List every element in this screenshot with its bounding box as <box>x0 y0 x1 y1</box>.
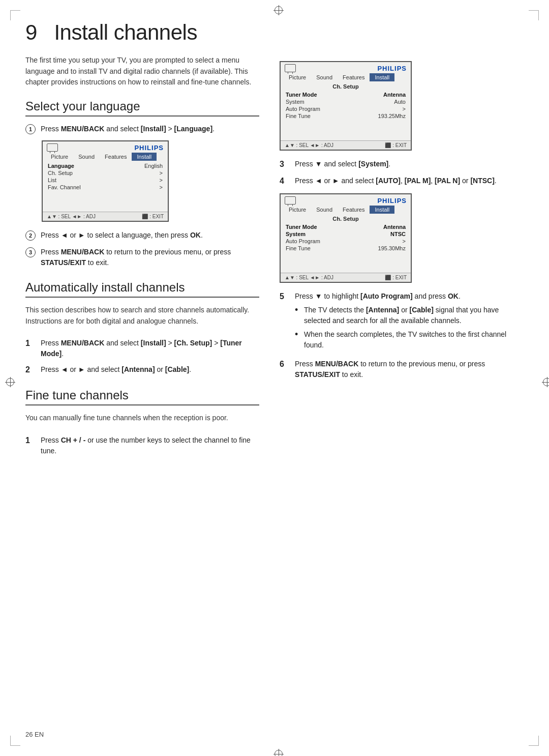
tv-footer-top: ▲▼ : SEL ◄► : ADJ ⬛ : EXIT <box>281 140 411 150</box>
right-column: PHILIPS Picture Sound Features Install C… <box>280 55 524 461</box>
tv-row-autoprogram-bottom: Auto Program > <box>286 238 406 244</box>
tv-row-finetune-bottom: Fine Tune 195.30Mhz <box>286 245 406 251</box>
tv-screen-language: PHILIPS Picture Sound Features Install L… <box>42 140 169 222</box>
step-lang-1-text: Press MENU/BACK and select [Install] > [… <box>41 124 259 134</box>
tv-footer-left-bottom: ▲▼ : SEL ◄► : ADJ <box>285 275 333 280</box>
tv-tab-picture-1: Picture <box>46 153 73 161</box>
fine-tune-step-1: 1 Press CH + / - or use the number keys … <box>25 435 259 456</box>
corner-mark-tl <box>10 10 20 20</box>
corner-mark-br <box>529 736 539 746</box>
section-heading-language: Select your language <box>25 99 259 117</box>
auto-step-1-num: 1 <box>25 337 35 350</box>
corner-mark-bl <box>10 736 20 746</box>
tv-footer-right-1: ⬛ : EXIT <box>142 214 164 219</box>
right-step-3-num: 3 <box>280 158 289 170</box>
tv-tab-features-1: Features <box>100 153 132 161</box>
auto-step-2-num: 2 <box>25 364 35 376</box>
tv-footer-right-bottom: ⬛ : EXIT <box>385 275 407 280</box>
tv-tab-picture-top: Picture <box>284 73 311 81</box>
tv-tab-picture-bottom: Picture <box>284 206 311 214</box>
section-heading-fine-tune: Fine tune channels <box>25 388 259 405</box>
tv-section-title-bottom: Ch. Setup <box>286 216 406 222</box>
left-column: The first time you setup your TV, you ar… <box>25 55 259 461</box>
page-title: 9 Install channels <box>25 20 524 45</box>
tv-tab-features-top: Features <box>338 73 370 81</box>
right-step-3: 3 Press ▼ and select [System]. <box>280 159 524 170</box>
tv-tabs-bottom: Picture Sound Features Install <box>281 206 411 214</box>
section-fine-tune: Fine tune channels You can manually fine… <box>25 388 259 456</box>
tv-icon-1 <box>47 143 58 152</box>
step-circle-1: 1 <box>25 124 36 134</box>
tv-logo-1: PHILIPS <box>134 144 164 152</box>
tv-tab-sound-bottom: Sound <box>311 206 338 214</box>
auto-step-2-text: Press ◄ or ► and select [Antenna] or [Ca… <box>41 364 259 375</box>
auto-step-2: 2 Press ◄ or ► and select [Antenna] or [… <box>25 364 259 376</box>
tv-icon-bottom <box>285 196 296 205</box>
tv-icon-top <box>285 64 296 72</box>
tv-screen-header-bottom: PHILIPS <box>281 194 411 206</box>
page-title-text: Install channels <box>54 20 197 44</box>
tv-row-language: Language English <box>48 163 163 169</box>
step-5-bullets: • The TV detects the [Antenna] or [Cable… <box>295 305 524 351</box>
tv-tab-features-bottom: Features <box>338 206 370 214</box>
step-5-bullet-2: • When the search completes, the TV swit… <box>295 329 524 351</box>
tv-row-tunermode-top: Tuner Mode Antenna <box>286 92 406 98</box>
tv-tab-install-bottom: Install <box>370 206 394 214</box>
tv-content-top: Ch. Setup Tuner Mode Antenna System Auto… <box>281 81 411 138</box>
tv-footer-left-1: ▲▼ : SEL ◄► : ADJ <box>47 214 96 219</box>
corner-mark-tr <box>529 10 539 20</box>
tv-footer-right-top: ⬛ : EXIT <box>385 142 407 148</box>
right-step-5-text: Press ▼ to highlight [Auto Program] and … <box>295 292 461 300</box>
tv-row-finetune-top: Fine Tune 193.25Mhz <box>286 113 406 119</box>
intro-text: The first time you setup your TV, you ar… <box>25 55 259 88</box>
right-step-5-num: 5 <box>280 290 289 303</box>
page-title-number: 9 <box>25 20 37 44</box>
tv-row-autoprogram-top: Auto Program > <box>286 106 406 112</box>
auto-step-1-text: Press MENU/BACK and select [Install] > [… <box>41 338 259 359</box>
tv-logo-bottom: PHILIPS <box>377 197 407 205</box>
step-lang-2-text: Press ◄ or ► to select a language, then … <box>41 230 259 241</box>
section-auto-install: Automatically install channels This sect… <box>25 280 259 376</box>
tv-screen-header-top: PHILIPS <box>281 62 411 73</box>
right-step-4-num: 4 <box>280 175 289 187</box>
fine-tune-intro: You can manually fine tune channels when… <box>25 413 259 424</box>
tv-footer-1: ▲▼ : SEL ◄► : ADJ ⬛ : EXIT <box>43 212 168 221</box>
page-number: 26 EN <box>25 731 44 738</box>
tv-tab-sound-top: Sound <box>311 73 338 81</box>
tv-content-bottom: Ch. Setup Tuner Mode Antenna System NTSC… <box>281 214 411 271</box>
right-step-6: 6 Press MENU/BACK to return to the previ… <box>280 359 524 380</box>
step-lang-1: 1 Press MENU/BACK and select [Install] >… <box>25 124 259 134</box>
tv-row-tunermode-bottom: Tuner Mode Antenna <box>286 224 406 230</box>
tv-tab-install-1: Install <box>132 153 157 161</box>
tv-row-system-top: System Auto <box>286 99 406 105</box>
tv-section-title-top: Ch. Setup <box>286 83 406 90</box>
tv-row-chsetup: Ch. Setup > <box>48 170 163 176</box>
auto-step-1: 1 Press MENU/BACK and select [Install] >… <box>25 338 259 359</box>
fine-tune-step-1-text: Press CH + / - or use the number keys to… <box>41 435 259 456</box>
right-step-5: 5 Press ▼ to highlight [Auto Program] an… <box>280 291 524 354</box>
step-lang-2: 2 Press ◄ or ► to select a language, the… <box>25 230 259 241</box>
auto-install-intro: This section describes how to search and… <box>25 305 259 327</box>
step-lang-3: 3 Press MENU/BACK to return to the previ… <box>25 247 259 268</box>
right-step-4-text: Press ◄ or ► and select [AUTO], [PAL M],… <box>295 176 524 186</box>
step-circle-2: 2 <box>25 230 36 241</box>
tv-logo-top: PHILIPS <box>377 65 407 72</box>
tv-screen-chsetup-bottom: PHILIPS Picture Sound Features Install C… <box>280 193 412 283</box>
right-step-4: 4 Press ◄ or ► and select [AUTO], [PAL M… <box>280 176 524 187</box>
tv-tabs-top: Picture Sound Features Install <box>281 73 411 81</box>
tv-screen-header-1: PHILIPS <box>43 141 168 153</box>
right-step-5-content: Press ▼ to highlight [Auto Program] and … <box>295 291 524 354</box>
step-5-bullet-1-text: The TV detects the [Antenna] or [Cable] … <box>304 305 524 326</box>
tv-tab-install-top: Install <box>370 73 394 81</box>
right-step-6-text: Press MENU/BACK to return to the previou… <box>295 359 524 380</box>
section-heading-auto: Automatically install channels <box>25 280 259 298</box>
step-5-bullet-1: • The TV detects the [Antenna] or [Cable… <box>295 305 524 326</box>
step-circle-3: 3 <box>25 247 36 257</box>
tv-row-list: List > <box>48 177 163 183</box>
tv-row-system-bottom: System NTSC <box>286 231 406 237</box>
step-lang-3-text: Press MENU/BACK to return to the previou… <box>41 247 259 268</box>
tv-footer-bottom: ▲▼ : SEL ◄► : ADJ ⬛ : EXIT <box>281 273 411 282</box>
fine-tune-step-1-num: 1 <box>25 434 35 447</box>
right-step-6-num: 6 <box>280 358 289 370</box>
step-5-bullet-2-text: When the search completes, the TV switch… <box>304 329 524 351</box>
